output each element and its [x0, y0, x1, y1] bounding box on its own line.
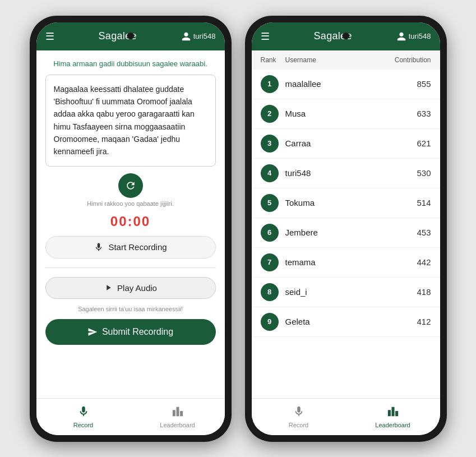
play-audio-label: Play Audio: [117, 283, 157, 293]
rank-badge: 6: [261, 224, 279, 242]
leaderboard-row: 3Carraa621: [252, 129, 440, 159]
refresh-button[interactable]: [118, 173, 143, 198]
leaderboard-username: Musa: [285, 109, 391, 118]
rank-badge: 5: [261, 194, 279, 212]
leaderboard-header-row: Rank Username Contribution: [252, 50, 440, 70]
phone-2-inner: ☰ Sagalee turi548 Rank Username Contribu…: [252, 22, 440, 435]
start-recording-label: Start Recording: [108, 242, 167, 252]
hamburger-icon-1[interactable]: ☰: [45, 30, 54, 43]
phone-1-notch: [127, 33, 134, 39]
leaderboard-username: Carraa: [285, 139, 391, 148]
refresh-hint: Himni rakkoo yoo qabaate jijjiiri.: [87, 200, 174, 207]
username-label-2: turi548: [409, 32, 431, 40]
header-user-1: turi548: [181, 31, 216, 41]
leaderboard-row: 6Jembere453: [252, 218, 440, 248]
user-icon-2: [396, 31, 406, 41]
leaderboard-contribution: 633: [398, 109, 431, 118]
rank-badge: 4: [261, 164, 279, 182]
leaderboard-contribution: 621: [398, 139, 431, 148]
leaderboard-username: temama: [285, 257, 391, 267]
submit-recording-label: Submit Recording: [102, 327, 173, 337]
leaderboard-row: 7temama442: [252, 248, 440, 278]
leaderboard-contribution: 442: [398, 257, 431, 267]
user-icon-1: [181, 31, 191, 41]
leaderboard-row: 9Geleta412: [252, 307, 440, 337]
play-icon: [104, 283, 113, 292]
col-contribution-header: Contribution: [386, 56, 431, 64]
passage-text: Magaalaa keessatti dhalatee guddate 'Bis…: [45, 75, 216, 167]
leaderboard-row: 1maalallee855: [252, 70, 440, 99]
header-user-2: turi548: [396, 31, 431, 41]
rank-badge: 9: [261, 313, 279, 331]
rank-badge: 3: [261, 135, 279, 153]
send-icon: [87, 327, 98, 337]
leaderboard-row: 4turi548530: [252, 159, 440, 188]
nav-record-label-2: Record: [289, 422, 308, 428]
col-rank-header: Rank: [261, 56, 285, 64]
leaderboard-username: turi548: [285, 168, 391, 178]
leaderboard-username: Geleta: [285, 317, 391, 326]
leaderboard-contribution: 855: [398, 79, 431, 89]
nav-leaderboard-1[interactable]: Leaderboard: [131, 403, 225, 431]
nav-leaderboard-label-1: Leaderboard: [160, 422, 195, 428]
submit-recording-button[interactable]: Submit Recording: [45, 319, 216, 345]
bottom-nav-2: Record Leaderboard: [252, 398, 440, 435]
leaderboard-content: 1maalallee8552Musa6333Carraa6214turi5485…: [252, 70, 440, 398]
leaderboard-row: 2Musa633: [252, 99, 440, 129]
bottom-nav-1: Record Leaderboard: [36, 398, 225, 435]
play-hint: Sagaleen sirrii ta'uu isaa mirkaneessii!: [45, 306, 216, 312]
rank-badge: 7: [261, 253, 279, 271]
leaderboard-contribution: 412: [398, 317, 431, 326]
app-content-1: Hima armaan gadii dubbisuun sagalee wara…: [36, 50, 225, 398]
phone-2-notch: [343, 33, 349, 39]
leaderboard-contribution: 530: [398, 168, 431, 178]
mic-icon-record: [94, 242, 104, 252]
phone-1: ☰ Sagalee turi548 Hima armaan gadii dubb…: [30, 16, 232, 442]
leaderboard-row: 8seid_i418: [252, 278, 440, 307]
leaderboard-icon-nav-inactive: [172, 405, 184, 421]
rank-badge: 2: [261, 105, 279, 123]
col-username-header: Username: [285, 56, 386, 64]
nav-record-2[interactable]: Record: [252, 403, 346, 431]
rank-badge: 1: [261, 75, 279, 93]
instruction-text: Hima armaan gadii dubbisuun sagalee wara…: [45, 59, 216, 68]
leaderboard-contribution: 418: [398, 287, 431, 297]
rank-badge: 8: [261, 283, 279, 301]
refresh-section: Himni rakkoo yoo qabaate jijjiiri.: [45, 173, 216, 207]
start-recording-button[interactable]: Start Recording: [45, 236, 216, 258]
leaderboard-username: Tokuma: [285, 198, 391, 207]
phone-2: ☰ Sagalee turi548 Rank Username Contribu…: [245, 16, 447, 442]
mic-icon-nav-inactive: [293, 405, 305, 421]
phones-wrapper: ☰ Sagalee turi548 Hima armaan gadii dubb…: [30, 16, 447, 442]
refresh-icon: [125, 180, 136, 191]
divider-1: [45, 267, 216, 268]
leaderboard-username: maalallee: [285, 79, 391, 89]
play-audio-button[interactable]: Play Audio: [45, 277, 216, 299]
leaderboard-contribution: 453: [398, 228, 431, 237]
leaderboard-row: 5Tokuma514: [252, 188, 440, 218]
leaderboard-icon-nav-active: [387, 405, 399, 421]
leaderboard-contribution: 514: [398, 198, 431, 207]
phone-1-inner: ☰ Sagalee turi548 Hima armaan gadii dubb…: [36, 22, 225, 435]
hamburger-icon-2[interactable]: ☰: [261, 30, 270, 43]
nav-record-label-1: Record: [73, 422, 93, 428]
nav-record-1[interactable]: Record: [36, 403, 131, 431]
username-label-1: turi548: [193, 32, 216, 40]
leaderboard-username: seid_i: [285, 287, 391, 297]
nav-leaderboard-label-2: Leaderboard: [375, 422, 410, 428]
leaderboard-username: Jembere: [285, 228, 391, 237]
mic-icon-nav-active: [77, 405, 90, 421]
nav-leaderboard-2[interactable]: Leaderboard: [346, 403, 440, 431]
timer-display: 00:00: [45, 214, 216, 229]
